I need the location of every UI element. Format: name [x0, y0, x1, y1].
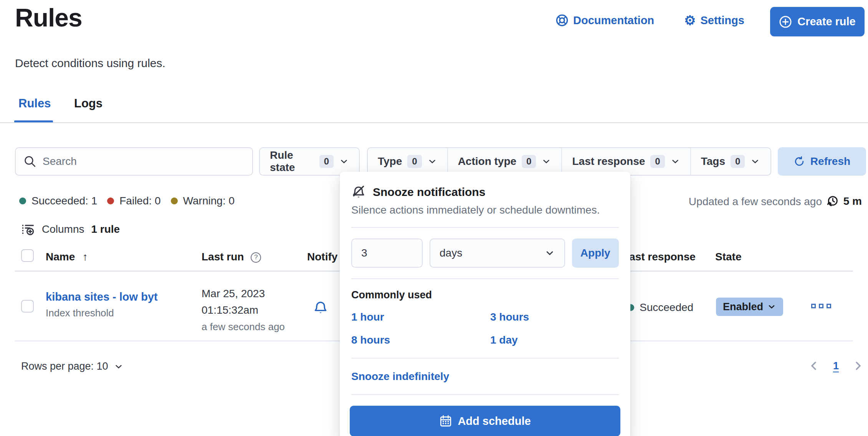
search-input[interactable]: [43, 155, 245, 168]
status-warning: Warning: 0: [171, 195, 235, 207]
danger-dot: [107, 197, 114, 204]
last-run-relative: a few seconds ago: [202, 321, 285, 333]
chevron-down-icon: [339, 156, 349, 166]
columns-icon: [21, 222, 35, 236]
tabs-divider: [0, 122, 868, 123]
apply-button[interactable]: Apply: [572, 239, 619, 268]
refresh-interval-value: 5 m: [843, 195, 862, 207]
rule-type: Index threshold: [46, 307, 158, 319]
column-header-last-run-label: Last run: [202, 251, 244, 263]
notify-bell-button[interactable]: [313, 300, 328, 315]
updated-timestamp: Updated a few seconds ago: [689, 196, 822, 208]
column-header-last-response[interactable]: Last response: [623, 251, 696, 263]
rows-per-page-label: Rows per page: 10: [21, 360, 108, 372]
chevron-down-icon: [767, 302, 776, 311]
rule-state-count-badge: 0: [319, 155, 334, 168]
column-header-name[interactable]: Name ↑: [46, 251, 88, 263]
success-dot: [19, 197, 26, 204]
snooze-popover-subtitle: Silence actions immediately or schedule …: [351, 204, 619, 216]
page-subtitle: Detect conditions using rules.: [15, 57, 165, 70]
columns-button[interactable]: Columns: [42, 223, 84, 235]
documentation-label: Documentation: [573, 14, 654, 27]
snooze-notifications-popover: Snooze notifications Silence actions imm…: [340, 172, 630, 436]
rule-count: 1 rule: [91, 223, 120, 235]
snooze-option-1-day[interactable]: 1 day: [490, 334, 619, 346]
actions-square-icon: [827, 304, 831, 308]
column-header-notify[interactable]: Notify: [307, 251, 337, 263]
refresh-icon: [794, 156, 805, 167]
search-icon: [23, 155, 36, 168]
snooze-option-3-hours[interactable]: 3 hours: [490, 311, 619, 323]
rule-state-label: Rule state: [270, 149, 314, 174]
chevron-down-icon: [427, 156, 437, 166]
tab-logs[interactable]: Logs: [74, 97, 103, 110]
filter-type[interactable]: Type 0: [368, 148, 447, 175]
filter-action-type[interactable]: Action type 0: [447, 148, 562, 175]
filter-tags-count-badge: 0: [731, 155, 745, 168]
filter-type-count-badge: 0: [407, 155, 422, 168]
next-page-icon[interactable]: [852, 360, 864, 372]
state-badge-label: Enabled: [723, 301, 763, 313]
clock-refresh-icon: [826, 195, 839, 208]
documentation-link[interactable]: Documentation: [556, 14, 654, 27]
last-run-date: Mar 25, 2023: [202, 285, 285, 302]
snooze-option-8-hours[interactable]: 8 hours: [351, 334, 490, 346]
help-icon: [556, 14, 569, 27]
search-input-wrapper: [15, 147, 253, 176]
status-succeeded-label: Succeeded: 1: [31, 195, 97, 207]
gear-icon: ⚙: [684, 14, 696, 27]
calendar-icon: [439, 415, 452, 428]
filter-action-type-count-badge: 0: [522, 155, 536, 168]
chevron-down-icon: [750, 156, 760, 166]
filter-last-response-label: Last response: [572, 155, 645, 168]
select-all-checkbox[interactable]: [21, 249, 34, 262]
snooze-duration-input[interactable]: [351, 239, 423, 268]
tab-rules[interactable]: Rules: [18, 97, 51, 110]
snooze-unit-value: days: [440, 247, 462, 259]
previous-page-icon[interactable]: [808, 360, 820, 372]
filter-type-label: Type: [378, 155, 402, 168]
row-actions-button[interactable]: [811, 304, 831, 308]
refresh-interval[interactable]: 5 m: [826, 195, 862, 208]
settings-label: Settings: [700, 14, 744, 27]
filter-last-response[interactable]: Last response 0: [561, 148, 690, 175]
add-schedule-button[interactable]: Add schedule: [350, 406, 620, 436]
sort-ascending-icon: ↑: [83, 251, 88, 263]
state-badge[interactable]: Enabled: [716, 298, 783, 316]
column-header-state[interactable]: State: [715, 251, 741, 263]
column-header-name-label: Name: [46, 251, 75, 263]
run-status-summary: Succeeded: 1 Failed: 0 Warning: 0: [19, 195, 235, 207]
bell-icon: [313, 300, 328, 315]
snooze-indefinitely-link[interactable]: Snooze indefinitely: [351, 370, 449, 382]
snooze-unit-select[interactable]: days: [430, 239, 565, 268]
last-run-time: 01:15:32am: [202, 302, 285, 318]
add-schedule-label: Add schedule: [458, 415, 531, 428]
filter-group: Type 0 Action type 0 Last response 0 Tag…: [367, 147, 771, 176]
bell-slash-icon: [351, 185, 366, 199]
settings-link[interactable]: ⚙ Settings: [684, 14, 744, 27]
rows-per-page-selector[interactable]: Rows per page: 10: [21, 360, 124, 372]
page-number-1[interactable]: 1: [833, 360, 839, 372]
filter-tags[interactable]: Tags 0: [690, 148, 770, 175]
snooze-option-1-hour[interactable]: 1 hour: [351, 311, 490, 323]
row-last-response: Succeeded: [640, 301, 693, 314]
chevron-down-icon: [114, 362, 124, 372]
warning-dot: [171, 197, 178, 204]
chevron-down-icon: [670, 156, 680, 166]
status-succeeded: Succeeded: 1: [19, 195, 97, 207]
rule-state-filter[interactable]: Rule state 0: [259, 147, 360, 176]
refresh-label: Refresh: [810, 155, 850, 168]
filter-last-response-count-badge: 0: [650, 155, 665, 168]
status-failed-label: Failed: 0: [119, 195, 160, 207]
column-header-last-run[interactable]: Last run ?: [202, 251, 261, 263]
refresh-button[interactable]: Refresh: [778, 147, 866, 176]
commonly-used-heading: Commonly used: [340, 279, 630, 301]
question-circle-icon: ?: [251, 252, 261, 263]
rule-name-link[interactable]: kibana sites - low byt: [46, 291, 158, 303]
actions-square-icon: [811, 304, 816, 308]
page-title: Rules: [15, 3, 82, 32]
create-rule-button[interactable]: Create rule: [770, 7, 865, 36]
snooze-popover-title: Snooze notifications: [373, 186, 485, 199]
status-failed: Failed: 0: [107, 195, 160, 207]
row-checkbox[interactable]: [21, 300, 34, 313]
